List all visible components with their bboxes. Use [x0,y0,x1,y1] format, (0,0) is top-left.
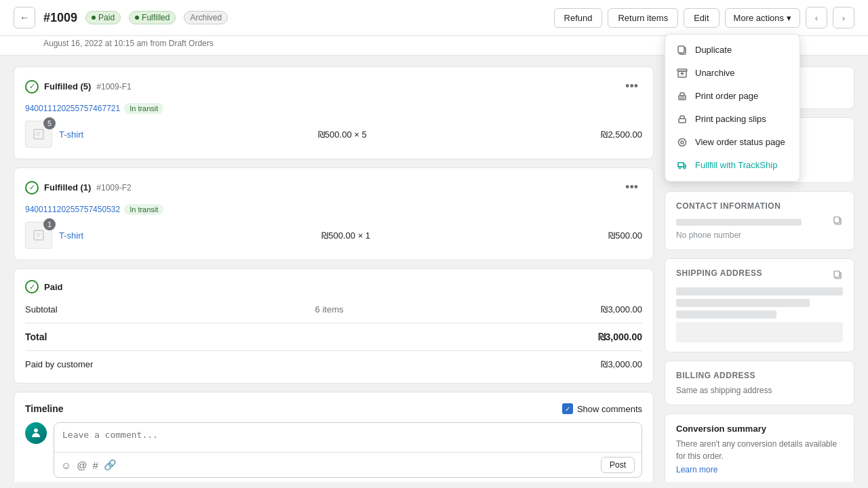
svg-rect-4 [679,96,686,100]
trackship-icon [676,159,688,171]
more-actions-wrapper: More actions ▾ Duplicate [725,8,800,28]
more-actions-button[interactable]: More actions ▾ [725,8,800,28]
fulfillment-more-button-2[interactable]: ••• [621,179,642,196]
return-items-button[interactable]: Return items [608,8,678,28]
comment-toolbar: ☺ @ # 🔗 Post [54,452,642,477]
paid-dot [92,16,96,20]
conversion-text: There aren't any conversion details avai… [676,438,843,462]
chevron-down-icon: ▾ [787,13,791,23]
dropdown-item-trackship[interactable]: Fullfill with TrackShip [665,154,800,177]
show-comments-control[interactable]: ✓ Show comments [562,403,642,414]
address-map [676,322,843,342]
back-icon: ← [20,12,29,23]
address-line-1 [676,287,843,296]
svg-point-7 [681,141,684,144]
subtotal-row: Subtotal 6 items ₪3,000.00 [25,302,642,317]
total-label: Total [25,331,47,342]
svg-point-8 [679,167,681,169]
product-name-1[interactable]: T-shirt [59,129,83,140]
hashtag-icon[interactable]: # [93,460,98,471]
product-price-1: ₪500.00 × 5 [318,129,367,140]
copy-shipping-button[interactable] [833,270,843,282]
contact-card: Contact Information No phone number [665,191,854,250]
product-row-2: 1 T-shirt ₪500.00 × 1 ₪500.00 [25,222,642,249]
fulfillment-id-2: #1009-F2 [96,183,131,192]
svg-rect-11 [34,230,43,240]
in-transit-badge-1: In transit [124,103,163,114]
learn-more-link[interactable]: Learn more [676,465,717,474]
payment-title: Paid [44,282,62,292]
user-avatar [25,422,47,444]
mention-icon[interactable]: @ [77,460,87,471]
product-name-2[interactable]: T-shirt [59,230,83,241]
link-icon[interactable]: 🔗 [104,459,117,471]
emoji-icon[interactable]: ☺ [61,460,71,471]
prev-order-button[interactable]: ‹ [806,7,827,28]
duplicate-label: Duplicate [695,45,732,55]
svg-rect-1 [678,46,684,53]
subtotal-amount: ₪3,000.00 [601,304,642,314]
timeline-title: Timeline [25,403,64,414]
svg-rect-3 [677,69,687,71]
fulfillment-more-button-1[interactable]: ••• [621,78,642,95]
product-image-1: 5 [25,121,52,148]
unarchive-label: Unarchive [695,68,735,78]
timeline-section: Timeline ✓ Show comments [14,392,654,482]
total-amount: ₪3,000.00 [598,331,643,342]
dropdown-item-unarchive[interactable]: Unarchive [665,62,800,85]
more-actions-label: More actions [734,13,784,23]
fulfilled-check-icon-2: ✓ [25,181,39,195]
total-row: Total ₪3,000.00 [25,329,642,345]
tracking-link-1[interactable]: 940011120255757467721 [25,104,120,113]
dropdown-item-print-packing[interactable]: Print packing slips [665,108,800,131]
fulfillment-card-2: ✓ Fulfilled (1) #1009-F2 ••• 94001112025… [14,167,654,260]
trackship-label: Fullfill with TrackShip [695,160,777,170]
subtotal-qty: 6 items [315,304,344,314]
shipping-title: Shipping Address [676,268,762,278]
print-order-icon [676,90,688,102]
email-redacted [676,219,802,226]
back-button[interactable]: ← [14,7,35,28]
contact-email-row [676,216,843,228]
fulfillment-title-1: Fulfilled (5) [44,81,91,92]
print-packing-icon [676,113,688,125]
svg-rect-10 [34,129,43,139]
address-line-2 [676,299,810,307]
paid-check-icon: ✓ [25,280,39,293]
dropdown-item-print-order[interactable]: Print order page [665,85,800,108]
paid-row: Paid by customer ₪3,000.00 [25,357,642,372]
chevron-right-icon: › [842,13,845,23]
view-status-label: View order status page [695,137,785,147]
show-comments-label: Show comments [577,404,642,414]
svg-rect-15 [834,271,840,277]
duplicate-icon [676,44,688,56]
show-comments-checkbox[interactable]: ✓ [562,403,573,414]
comment-input[interactable] [54,423,642,450]
product-qty-badge-2: 1 [43,218,56,230]
tracking-link-2[interactable]: 940011120255757450532 [25,205,120,214]
subtotal-label: Subtotal [25,304,58,314]
post-button[interactable]: Post [601,457,635,473]
svg-rect-5 [679,119,686,123]
main-left-column: ✓ Fulfilled (5) #1009-F1 ••• 94001112025… [14,66,654,482]
next-order-button[interactable]: › [833,7,854,28]
edit-button[interactable]: Edit [684,8,719,28]
copy-email-button[interactable] [833,216,843,228]
product-qty-badge-1: 5 [43,117,56,129]
paid-badge: Paid [85,11,121,24]
billing-card: Billing Address Same as shipping address [665,361,854,405]
dropdown-item-duplicate[interactable]: Duplicate [665,39,800,62]
address-line-3 [676,310,776,319]
product-row-1: 5 T-shirt ₪500.00 × 5 ₪2,500.00 [25,121,642,148]
dropdown-item-view-status[interactable]: View order status page [665,131,800,154]
fulfillment-card-1: ✓ Fulfilled (5) #1009-F1 ••• 94001112025… [14,66,654,159]
conversion-title: Conversion summary [676,424,843,434]
order-number: #1009 [43,11,77,25]
fulfillment-title-2: Fulfilled (1) [44,182,91,192]
product-total-1: ₪2,500.00 [601,129,642,140]
view-status-icon [676,136,688,148]
refund-button[interactable]: Refund [554,8,603,28]
svg-point-9 [684,167,686,169]
fulfilled-dot [135,16,139,20]
chevron-left-icon: ‹ [815,13,818,23]
